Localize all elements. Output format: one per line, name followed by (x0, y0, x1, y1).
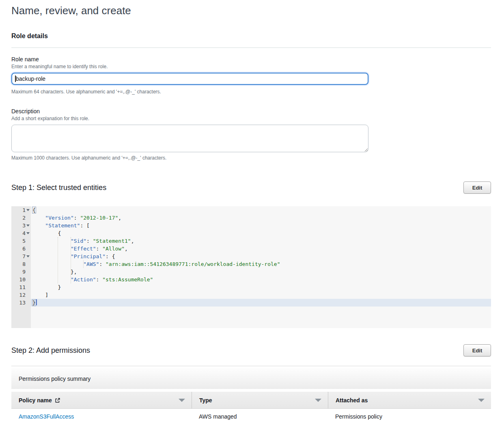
fold-arrow-icon[interactable] (26, 225, 30, 227)
policy-table: Policy name Type Attached as (11, 392, 491, 421)
line-number: 7 (22, 253, 26, 260)
step1-heading: Step 1: Select trusted entities (11, 183, 106, 192)
description-constraint: Maximum 1000 characters. Use alphanumeri… (11, 155, 491, 161)
step1-header: Step 1: Select trusted entities Edit (11, 181, 491, 194)
description-textarea[interactable] (11, 125, 368, 152)
type-column-label: Type (199, 397, 212, 404)
trust-policy-editor[interactable]: 12345678910111213 { "Version": "2012-10-… (11, 206, 491, 328)
editor-gutter: 12345678910111213 (11, 206, 31, 328)
description-field: Description Add a short explanation for … (11, 108, 491, 161)
sort-icon[interactable] (179, 399, 185, 402)
role-name-field: Role name Enter a meaningful name to ide… (11, 56, 491, 95)
column-header-type: Type (192, 392, 328, 408)
line-number: 8 (22, 260, 26, 268)
page-content: Name, review, and create Role details Ro… (11, 0, 491, 421)
permissions-panel: Permissions policy summary Policy name (11, 366, 491, 421)
line-number: 2 (22, 214, 26, 222)
gutter-line-11: 11 (11, 283, 31, 291)
column-header-attached-as: Attached as (328, 392, 491, 408)
code-line-1[interactable]: { (31, 206, 491, 214)
gutter-line-13: 13 (11, 299, 31, 307)
text-caret (15, 76, 16, 82)
code-line-4[interactable]: { (31, 229, 491, 237)
gutter-line-12: 12 (11, 291, 31, 299)
line-number: 12 (19, 291, 26, 299)
line-number: 11 (19, 283, 26, 291)
policy-name-link[interactable]: AmazonS3FullAccess (19, 413, 74, 420)
line-number: 1 (22, 206, 26, 214)
gutter-line-10: 10 (11, 276, 31, 283)
fold-arrow-icon[interactable] (26, 232, 30, 234)
code-line-6[interactable]: "Effect": "Allow", (31, 245, 491, 253)
code-line-13[interactable]: } (31, 299, 491, 307)
column-header-policy-name: Policy name (11, 392, 192, 408)
code-line-11[interactable]: } (31, 283, 491, 291)
code-line-10[interactable]: "Action": "sts:AssumeRole" (31, 276, 491, 283)
gutter-line-4: 4 (11, 229, 31, 237)
line-number: 9 (22, 268, 26, 276)
table-row: AmazonS3FullAccess AWS managed Permissio… (11, 409, 491, 421)
line-number: 3 (22, 222, 26, 229)
fold-arrow-icon[interactable] (26, 255, 30, 257)
line-number: 4 (22, 229, 26, 237)
permissions-panel-title: Permissions policy summary (19, 376, 90, 382)
line-number: 10 (19, 276, 26, 283)
description-label: Description (11, 108, 491, 115)
description-help: Add a short explanation for this role. (11, 115, 491, 122)
code-line-12[interactable]: ] (31, 291, 491, 299)
gutter-line-6: 6 (11, 245, 31, 253)
line-number: 6 (22, 245, 26, 253)
page-title: Name, review, and create (11, 4, 491, 17)
policy-table-header: Policy name Type Attached as (11, 392, 491, 409)
code-line-7[interactable]: "Principal": { (31, 253, 491, 260)
gutter-line-5: 5 (11, 237, 31, 245)
attached-as-cell: Permissions policy (328, 409, 491, 421)
code-line-5[interactable]: "Sid": "Statement1", (31, 237, 491, 245)
role-name-input-wrap (11, 73, 368, 85)
step2-edit-button[interactable]: Edit (463, 344, 491, 356)
gutter-line-2: 2 (11, 214, 31, 222)
code-line-3[interactable]: "Statement": [ (31, 222, 491, 229)
gutter-line-3: 3 (11, 222, 31, 229)
policy-name-cell: AmazonS3FullAccess (11, 409, 192, 421)
sort-icon[interactable] (478, 399, 485, 402)
gutter-line-1: 1 (11, 206, 31, 214)
sort-icon[interactable] (315, 399, 321, 402)
gutter-line-9: 9 (11, 268, 31, 276)
external-link-icon (55, 397, 60, 403)
code-line-8[interactable]: "AWS": "arn:aws:iam::541263489771:role/w… (31, 260, 491, 268)
step2-heading: Step 2: Add permissions (11, 345, 90, 355)
line-number: 13 (19, 299, 26, 307)
role-details-heading: Role details (11, 32, 491, 40)
attached-as-column-label: Attached as (336, 397, 368, 404)
role-name-input[interactable] (11, 73, 368, 85)
role-name-label: Role name (11, 56, 491, 63)
editor-caret (36, 299, 37, 305)
fold-arrow-icon[interactable] (26, 209, 30, 211)
step1-edit-button[interactable]: Edit (463, 181, 491, 194)
step2-header: Step 2: Add permissions Edit (11, 344, 491, 356)
code-line-9[interactable]: }, (31, 268, 491, 276)
role-name-constraint: Maximum 64 characters. Use alphanumeric … (11, 89, 491, 95)
gutter-line-7: 7 (11, 253, 31, 260)
editor-code[interactable]: { "Version": "2012-10-17", "Statement": … (31, 206, 491, 328)
code-line-2[interactable]: "Version": "2012-10-17", (31, 214, 491, 222)
policy-name-column-label: Policy name (19, 397, 52, 404)
gutter-line-8: 8 (11, 260, 31, 268)
line-number: 5 (22, 237, 26, 245)
role-name-help: Enter a meaningful name to identify this… (11, 63, 491, 70)
permissions-panel-header: Permissions policy summary (11, 366, 491, 389)
type-cell: AWS managed (192, 409, 328, 421)
section-divider (11, 47, 491, 48)
